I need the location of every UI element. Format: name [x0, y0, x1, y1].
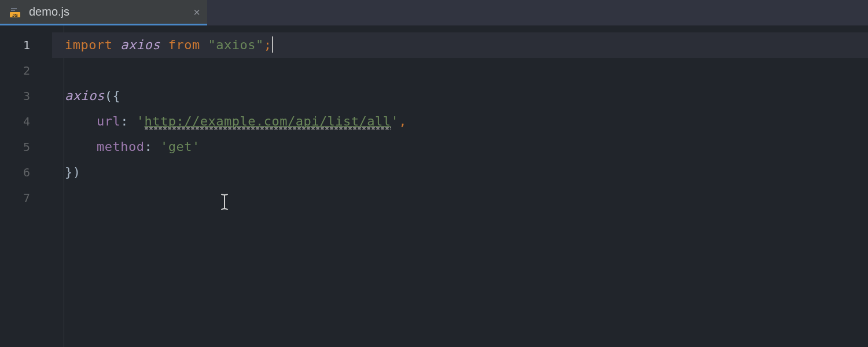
punct-token: ;	[264, 38, 272, 52]
code-editor[interactable]: 1 2 3 4 5 6 7 import axios from "axios";…	[0, 25, 868, 347]
string-token: '	[137, 114, 145, 128]
string-token: '	[192, 139, 200, 154]
code-line[interactable]: import axios from "axios";	[52, 32, 868, 58]
line-number[interactable]: 4	[0, 109, 52, 134]
indent	[65, 114, 97, 128]
string-token: '	[160, 139, 168, 154]
svg-rect-4	[11, 10, 15, 11]
line-number[interactable]: 2	[0, 58, 52, 83]
string-token: '	[391, 114, 399, 128]
js-file-icon: JS	[9, 6, 21, 18]
code-line[interactable]: })	[52, 160, 868, 185]
property-token: url	[97, 114, 120, 128]
tab-file-name: demo.js	[29, 5, 69, 19]
url-string-token[interactable]: http://example.com/api/list/all	[144, 114, 391, 130]
punct-token: :	[144, 139, 160, 154]
line-number-gutter[interactable]: 1 2 3 4 5 6 7	[0, 25, 52, 347]
code-area[interactable]: import axios from "axios"; axios({ url: …	[52, 25, 868, 347]
close-tab-icon[interactable]: ×	[191, 4, 203, 20]
identifier-token: axios	[120, 38, 160, 52]
line-number[interactable]: 1	[0, 32, 52, 58]
string-token: "	[208, 38, 216, 52]
identifier-token: axios	[65, 88, 105, 103]
line-number[interactable]: 5	[0, 134, 52, 160]
svg-text:JS: JS	[12, 13, 18, 18]
string-token: axios	[216, 38, 256, 52]
punct-token: :	[120, 114, 137, 128]
punct-token: ({	[105, 88, 121, 103]
code-line[interactable]: url: 'http://example.com/api/list/all',	[52, 109, 868, 134]
tab-bar: JS demo.js ×	[0, 0, 868, 25]
code-line[interactable]	[52, 58, 868, 83]
svg-rect-3	[11, 8, 17, 9]
text-caret	[272, 36, 273, 53]
keyword-token: import	[65, 38, 112, 52]
code-line[interactable]: axios({	[52, 83, 868, 109]
line-number[interactable]: 6	[0, 160, 52, 185]
indent	[65, 139, 97, 154]
punct-token: ,	[399, 114, 407, 128]
punct-token: })	[65, 165, 81, 179]
keyword-token: from	[168, 38, 200, 52]
line-number[interactable]: 3	[0, 83, 52, 109]
line-number[interactable]: 7	[0, 185, 52, 211]
string-token: get	[168, 139, 192, 154]
string-token: "	[256, 38, 264, 52]
editor-tab-demo-js[interactable]: JS demo.js ×	[0, 0, 207, 25]
code-line[interactable]: method: 'get'	[52, 134, 868, 160]
code-line[interactable]	[52, 185, 868, 211]
property-token: method	[97, 139, 144, 154]
